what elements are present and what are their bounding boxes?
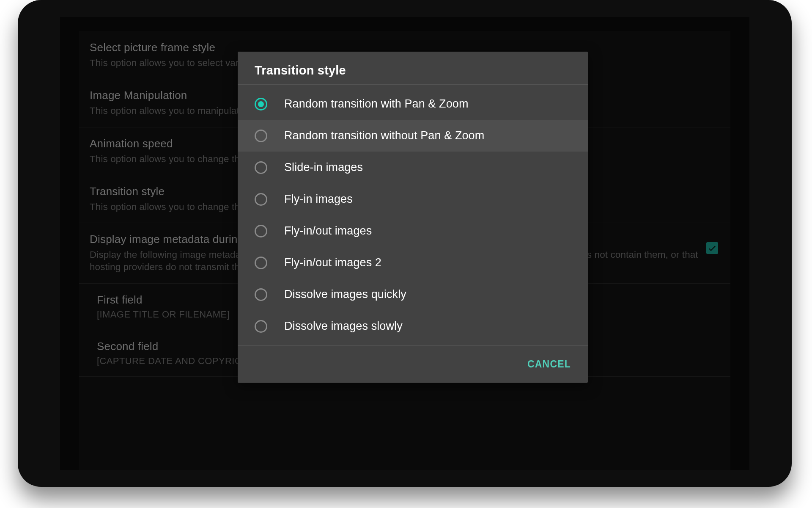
radio-option[interactable]: Fly-in/out images 2: [238, 247, 588, 279]
radio-label: Fly-in/out images: [284, 224, 372, 237]
radio-icon: [255, 320, 267, 333]
radio-option[interactable]: Dissolve images slowly: [238, 310, 588, 342]
radio-label: Dissolve images quickly: [284, 288, 406, 301]
radio-label: Slide-in images: [284, 161, 363, 174]
radio-icon: [255, 98, 267, 110]
dialog-title: Transition style: [238, 52, 588, 85]
transition-style-dialog: Transition style Random transition with …: [238, 52, 588, 383]
radio-label: Random transition without Pan & Zoom: [284, 129, 484, 142]
radio-option[interactable]: Slide-in images: [238, 152, 588, 183]
radio-option[interactable]: Fly-in images: [238, 183, 588, 215]
radio-icon: [255, 130, 267, 142]
radio-option[interactable]: Fly-in/out images: [238, 215, 588, 247]
radio-label: Fly-in images: [284, 193, 353, 206]
radio-label: Fly-in/out images 2: [284, 256, 381, 269]
radio-option[interactable]: Random transition with Pan & Zoom: [238, 88, 588, 120]
radio-icon: [255, 193, 267, 206]
radio-label: Dissolve images slowly: [284, 320, 403, 333]
radio-icon: [255, 161, 267, 174]
radio-label: Random transition with Pan & Zoom: [284, 97, 469, 110]
radio-icon: [255, 288, 267, 301]
dialog-options: Random transition with Pan & ZoomRandom …: [238, 85, 588, 345]
tablet-bezel: Select picture frame style This option a…: [18, 0, 792, 487]
radio-option[interactable]: Random transition without Pan & Zoom: [238, 120, 588, 152]
dialog-actions: CANCEL: [238, 345, 588, 383]
tablet-screen: Select picture frame style This option a…: [60, 17, 749, 470]
radio-option[interactable]: Dissolve images quickly: [238, 279, 588, 310]
cancel-button[interactable]: CANCEL: [516, 353, 582, 375]
radio-icon: [255, 257, 267, 269]
radio-icon: [255, 225, 267, 237]
